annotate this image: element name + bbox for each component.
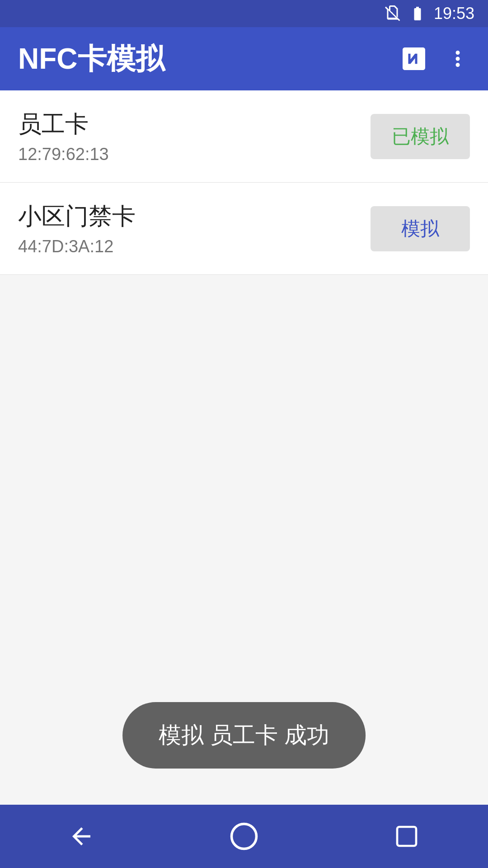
content-area: 员工卡 12:79:62:13 已模拟 小区门禁卡 44:7D:3A:12 模拟 xyxy=(0,90,488,275)
card-item-2: 小区门禁卡 44:7D:3A:12 模拟 xyxy=(0,183,488,275)
app-bar: NFC卡模拟 xyxy=(0,27,488,90)
simulate-button-2[interactable]: 模拟 xyxy=(371,206,470,251)
card-item-1: 员工卡 12:79:62:13 已模拟 xyxy=(0,90,488,183)
toast-message: 模拟 员工卡 成功 xyxy=(122,702,366,769)
recent-square-icon xyxy=(394,824,419,849)
svg-point-0 xyxy=(232,824,257,849)
status-bar: 19:53 xyxy=(0,0,488,27)
nav-bar xyxy=(0,805,488,868)
nav-recent-button[interactable] xyxy=(384,814,429,859)
nfc-icon[interactable] xyxy=(400,45,427,72)
nav-back-button[interactable] xyxy=(59,814,104,859)
card-name-2: 小区门禁卡 xyxy=(18,201,136,232)
app-bar-actions xyxy=(400,45,470,72)
card-name-1: 员工卡 xyxy=(18,108,109,140)
status-icons: 19:53 xyxy=(385,4,474,23)
card-id-1: 12:79:62:13 xyxy=(18,145,109,164)
back-icon xyxy=(68,823,95,850)
simulate-button-1[interactable]: 已模拟 xyxy=(371,114,470,159)
card-info-2: 小区门禁卡 44:7D:3A:12 xyxy=(18,201,136,256)
more-options-icon[interactable] xyxy=(446,47,470,71)
sim-card-off-icon xyxy=(385,5,401,22)
card-info-1: 员工卡 12:79:62:13 xyxy=(18,108,109,164)
nav-home-button[interactable] xyxy=(221,814,267,859)
battery-icon xyxy=(409,5,426,22)
svg-rect-1 xyxy=(397,827,416,846)
card-id-2: 44:7D:3A:12 xyxy=(18,237,136,256)
status-time: 19:53 xyxy=(434,4,474,23)
app-title: NFC卡模拟 xyxy=(18,39,391,79)
home-circle-icon xyxy=(229,821,259,851)
